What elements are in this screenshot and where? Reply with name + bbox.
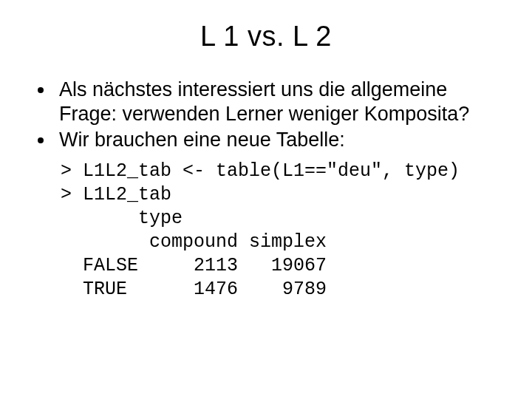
bullet-item: Als nächstes interessiert uns die allgem… <box>55 78 497 126</box>
bullet-list: Als nächstes interessiert uns die allgem… <box>35 78 497 152</box>
code-block: > L1L2_tab <- table(L1=="deu", type) > L… <box>61 160 497 301</box>
bullet-item: Wir brauchen eine neue Tabelle: <box>55 128 497 152</box>
code-line: compound simplex <box>61 231 327 253</box>
code-line: type <box>61 208 183 229</box>
code-line: TRUE 1476 9789 <box>61 279 327 300</box>
slide: L 1 vs. L 2 Als nächstes interessiert un… <box>0 0 532 399</box>
slide-title: L 1 vs. L 2 <box>35 21 497 52</box>
code-line: > L1L2_tab <box>61 184 171 205</box>
code-line: FALSE 2113 19067 <box>61 255 327 276</box>
code-line: > L1L2_tab <- table(L1=="deu", type) <box>61 160 460 182</box>
